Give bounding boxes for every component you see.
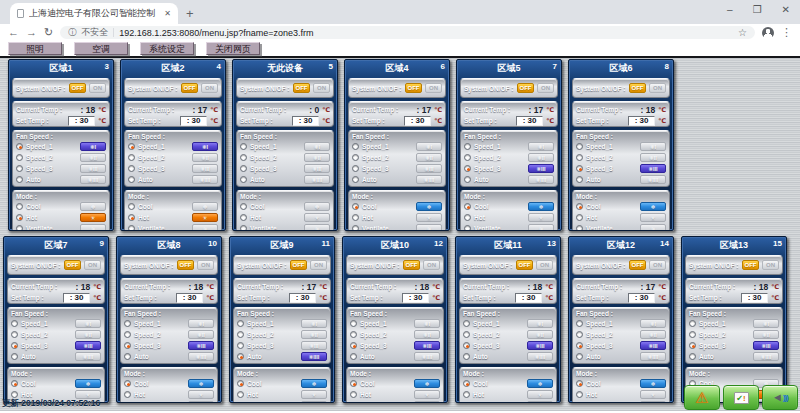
system-on-button[interactable]: ON [89,83,106,93]
set-temp-input[interactable] [63,293,90,303]
mode-radio-cool[interactable] [240,203,247,210]
mode-button-cool[interactable]: ❄ [188,379,214,388]
set-temp-input[interactable] [292,116,319,126]
system-off-button[interactable]: OFF [405,83,422,93]
fan-radio-auto[interactable] [237,353,244,360]
mode-radio-ventilate[interactable] [352,225,359,231]
mode-radio-cool[interactable] [576,380,583,387]
fan-radio-speed_2[interactable] [11,331,18,338]
fan-radio-speed_2[interactable] [576,154,583,161]
fan-button-3[interactable]: ❋III [75,341,101,350]
fan-radio-speed_3[interactable] [16,165,23,172]
system-off-button[interactable]: OFF [742,260,759,270]
fan-radio-speed_2[interactable] [689,331,696,338]
close-button[interactable]: ✕ [782,4,790,15]
system-on-button[interactable]: ON [762,260,779,270]
fan-button-1[interactable]: ❋I [640,142,666,151]
mode-button-cool[interactable]: ❄ [80,202,106,211]
system-off-button[interactable]: OFF [181,83,198,93]
set-temp-input[interactable] [289,293,316,303]
fan-button-3[interactable]: ❋III [416,164,442,173]
fan-button-4[interactable]: ❋IIII [640,175,666,184]
fan-button-4[interactable]: ❋IIII [192,175,218,184]
fan-button-1[interactable]: ❋I [80,142,106,151]
fan-button-1[interactable]: ❋I [527,319,553,328]
mode-radio-hot[interactable] [16,214,23,221]
fan-radio-speed_2[interactable] [237,331,244,338]
mode-button-cool[interactable]: ❄ [192,202,218,211]
system-on-button[interactable]: ON [423,260,440,270]
fan-radio-speed_2[interactable] [124,331,131,338]
browser-tab[interactable]: 上海迪控电子有限公司智能控制 ✕ [10,3,178,24]
fan-button-1[interactable]: ❋I [416,142,442,151]
mode-button-ventilate[interactable]: ≋ [301,401,327,403]
fan-button-2[interactable]: ❋II [192,153,218,162]
mode-button-ventilate[interactable]: ≋ [528,224,554,231]
mode-radio-hot[interactable] [464,214,471,221]
mode-radio-hot[interactable] [350,391,357,398]
fan-radio-speed_1[interactable] [350,320,357,327]
fan-radio-speed_1[interactable] [576,143,583,150]
set-temp-input[interactable] [176,293,203,303]
system-on-button[interactable]: ON [313,83,330,93]
fan-radio-auto[interactable] [464,176,471,183]
fan-button-3[interactable]: ❋III [414,341,440,350]
fan-radio-speed_1[interactable] [464,143,471,150]
fan-radio-auto[interactable] [128,176,135,183]
fan-button-4[interactable]: ❋IIII [527,352,553,361]
browser-menu-icon[interactable]: ⋮ [781,26,792,39]
fan-button-2[interactable]: ❋II [80,153,106,162]
mode-radio-hot[interactable] [237,391,244,398]
fan-button-3[interactable]: ❋III [80,164,106,173]
fan-button-3[interactable]: ❋III [640,341,666,350]
fan-radio-auto[interactable] [689,353,696,360]
fan-radio-speed_1[interactable] [352,143,359,150]
mode-button-hot[interactable]: ☀ [80,213,106,222]
fan-button-1[interactable]: ❋I [304,142,330,151]
mode-radio-ventilate[interactable] [124,402,131,403]
set-temp-input[interactable] [515,293,542,303]
fan-button-4[interactable]: ❋IIII [640,352,666,361]
fan-button-4[interactable]: ❋IIII [80,175,106,184]
set-temp-input[interactable] [516,116,543,126]
mode-button-cool[interactable]: ❄ [414,379,440,388]
mode-button-ventilate[interactable]: ≋ [416,224,442,231]
fan-button-4[interactable]: ❋IIII [414,352,440,361]
fan-button-1[interactable]: ❋I [188,319,214,328]
mode-button-hot[interactable]: ☀ [528,213,554,222]
refresh-icon[interactable]: ↻ [44,27,53,38]
mode-button-ventilate[interactable]: ≋ [527,401,553,403]
mode-radio-cool[interactable] [350,380,357,387]
system-off-button[interactable]: OFF [69,83,86,93]
system-off-button[interactable]: OFF [290,260,307,270]
mode-radio-ventilate[interactable] [128,225,135,231]
mode-radio-cool[interactable] [576,203,583,210]
url-text[interactable]: 192.168.1.253:8080/menu.jsp?fname=zone3.… [119,28,733,38]
fan-button-4[interactable]: ❋IIII [304,175,330,184]
fan-button-4[interactable]: ❋IIII [753,352,779,361]
mode-button-ventilate[interactable]: ≋ [80,224,106,231]
back-icon[interactable]: ← [8,27,19,38]
toolbar-button-ac[interactable]: 空调 [74,42,128,55]
fan-radio-auto[interactable] [350,353,357,360]
minimize-button[interactable]: – [727,4,733,15]
fan-radio-auto[interactable] [576,176,583,183]
mode-button-hot[interactable]: ☀ [527,390,553,399]
set-temp-input[interactable] [404,116,431,126]
set-temp-input[interactable] [180,116,207,126]
system-off-button[interactable]: OFF [517,83,534,93]
fan-button-2[interactable]: ❋II [414,330,440,339]
fan-radio-auto[interactable] [463,353,470,360]
mode-radio-ventilate[interactable] [240,225,247,231]
fan-radio-speed_3[interactable] [11,342,18,349]
mode-radio-ventilate[interactable] [464,225,471,231]
fan-radio-speed_3[interactable] [463,342,470,349]
fan-radio-speed_2[interactable] [240,154,247,161]
mode-radio-ventilate[interactable] [576,402,583,403]
system-off-button[interactable]: OFF [516,260,533,270]
mode-button-hot[interactable]: ☀ [188,390,214,399]
mode-button-ventilate[interactable]: ≋ [188,401,214,403]
system-off-button[interactable]: OFF [177,260,194,270]
fan-button-1[interactable]: ❋I [528,142,554,151]
mode-radio-hot[interactable] [352,214,359,221]
